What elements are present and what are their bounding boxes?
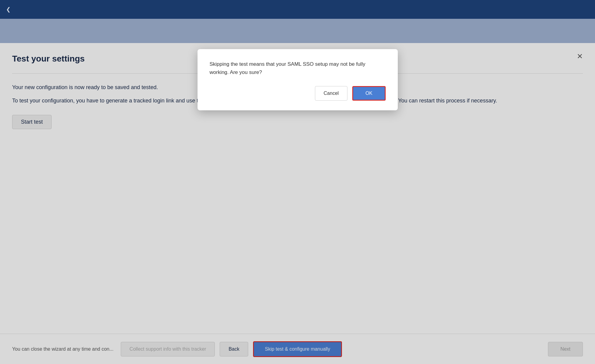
content-wrapper: Test your settings ✕ Your new configurat… <box>0 43 595 364</box>
sub-bar <box>0 19 595 43</box>
modal-dialog: Skipping the test means that your SAML S… <box>198 49 398 110</box>
modal-ok-button[interactable]: OK <box>352 86 385 101</box>
modal-message-text: Skipping the test means that your SAML S… <box>210 60 386 76</box>
back-chevron-icon[interactable]: ❮ <box>6 6 11 13</box>
modal-cancel-button[interactable]: Cancel <box>315 86 348 101</box>
modal-actions: Cancel OK <box>210 86 386 101</box>
top-nav-bar: ❮ <box>0 0 595 19</box>
modal-overlay: Skipping the test means that your SAML S… <box>0 43 595 364</box>
